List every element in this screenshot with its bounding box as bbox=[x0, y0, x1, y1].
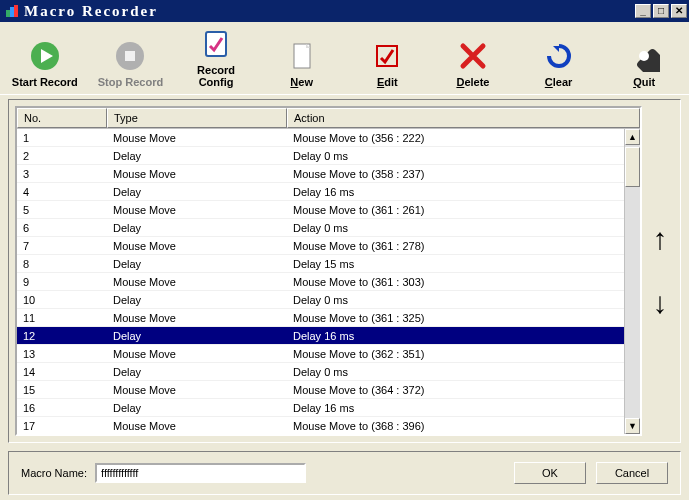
cell-type: Mouse Move bbox=[107, 132, 287, 144]
cell-no: 8 bbox=[17, 258, 107, 270]
footer: Macro Name: OK Cancel bbox=[8, 451, 681, 495]
cell-type: Mouse Move bbox=[107, 420, 287, 432]
maximize-button[interactable]: □ bbox=[653, 4, 669, 18]
quit-icon bbox=[628, 40, 660, 72]
new-label-rest: ew bbox=[298, 76, 313, 88]
cell-no: 16 bbox=[17, 402, 107, 414]
table-row[interactable]: 5Mouse MoveMouse Move to (361 : 261) bbox=[17, 201, 624, 219]
table-row[interactable]: 8DelayDelay 15 ms bbox=[17, 255, 624, 273]
cell-type: Mouse Move bbox=[107, 384, 287, 396]
macro-name-label: Macro Name: bbox=[21, 467, 87, 479]
scroll-track[interactable] bbox=[625, 187, 640, 418]
edit-button[interactable]: Edit bbox=[351, 38, 425, 92]
cell-type: Delay bbox=[107, 366, 287, 378]
cell-no: 17 bbox=[17, 420, 107, 432]
delete-button[interactable]: Delete bbox=[436, 38, 510, 92]
edit-icon bbox=[371, 40, 403, 72]
cell-action: Delay 16 ms bbox=[287, 330, 624, 342]
cell-action: Delay 0 ms bbox=[287, 294, 624, 306]
record-config-label: Record Config bbox=[179, 64, 253, 88]
stop-record-label: Stop Record bbox=[94, 76, 168, 88]
macro-name-input[interactable] bbox=[95, 463, 305, 483]
cell-no: 12 bbox=[17, 330, 107, 342]
cell-type: Mouse Move bbox=[107, 312, 287, 324]
cancel-button[interactable]: Cancel bbox=[596, 462, 668, 484]
cell-action: Delay 16 ms bbox=[287, 402, 624, 414]
svg-rect-6 bbox=[206, 32, 226, 56]
cell-type: Delay bbox=[107, 186, 287, 198]
cell-type: Delay bbox=[107, 330, 287, 342]
cell-no: 11 bbox=[17, 312, 107, 324]
cell-action: Mouse Move to (364 : 372) bbox=[287, 384, 624, 396]
svg-rect-5 bbox=[125, 51, 135, 61]
table-row[interactable]: 10DelayDelay 0 ms bbox=[17, 291, 624, 309]
macro-list[interactable]: No. Type Action 1Mouse MoveMouse Move to… bbox=[15, 106, 642, 436]
move-down-button[interactable]: ↓ bbox=[653, 288, 668, 318]
svg-rect-8 bbox=[377, 46, 397, 66]
table-row[interactable]: 6DelayDelay 0 ms bbox=[17, 219, 624, 237]
cell-no: 14 bbox=[17, 366, 107, 378]
new-button[interactable]: New bbox=[265, 38, 339, 92]
cell-action: Mouse Move to (356 : 222) bbox=[287, 132, 624, 144]
table-row[interactable]: 3Mouse MoveMouse Move to (358 : 237) bbox=[17, 165, 624, 183]
list-header: No. Type Action bbox=[17, 108, 640, 129]
cell-no: 4 bbox=[17, 186, 107, 198]
table-row[interactable]: 14DelayDelay 0 ms bbox=[17, 363, 624, 381]
start-record-button[interactable]: Start Record bbox=[8, 38, 82, 92]
table-row[interactable]: 13Mouse MoveMouse Move to (362 : 351) bbox=[17, 345, 624, 363]
start-record-icon bbox=[29, 40, 61, 72]
col-header-no[interactable]: No. bbox=[17, 108, 107, 128]
svg-rect-2 bbox=[14, 5, 18, 17]
cell-action: Delay 0 ms bbox=[287, 366, 624, 378]
stop-record-button: Stop Record bbox=[94, 38, 168, 92]
cell-action: Mouse Move to (362 : 351) bbox=[287, 348, 624, 360]
cell-action: Mouse Move to (361 : 261) bbox=[287, 204, 624, 216]
cell-action: Delay 15 ms bbox=[287, 258, 624, 270]
table-row[interactable]: 4DelayDelay 16 ms bbox=[17, 183, 624, 201]
table-row[interactable]: 2DelayDelay 0 ms bbox=[17, 147, 624, 165]
table-row[interactable]: 16DelayDelay 16 ms bbox=[17, 399, 624, 417]
scroll-up-button[interactable]: ▲ bbox=[625, 129, 640, 145]
scroll-thumb[interactable] bbox=[625, 147, 640, 187]
window-title: Macro Recorder bbox=[24, 3, 635, 20]
table-row[interactable]: 15Mouse MoveMouse Move to (364 : 372) bbox=[17, 381, 624, 399]
close-button[interactable]: ✕ bbox=[671, 4, 687, 18]
ok-button[interactable]: OK bbox=[514, 462, 586, 484]
cell-type: Mouse Move bbox=[107, 204, 287, 216]
table-row[interactable]: 12DelayDelay 16 ms bbox=[17, 327, 624, 345]
table-row[interactable]: 9Mouse MoveMouse Move to (361 : 303) bbox=[17, 273, 624, 291]
cell-type: Mouse Move bbox=[107, 168, 287, 180]
quit-button[interactable]: Quit bbox=[607, 38, 681, 92]
cell-action: Delay 0 ms bbox=[287, 150, 624, 162]
svg-point-10 bbox=[639, 51, 649, 61]
move-up-button[interactable]: ↑ bbox=[653, 224, 668, 254]
record-config-icon bbox=[200, 28, 232, 60]
scroll-down-button[interactable]: ▼ bbox=[625, 418, 640, 434]
cell-action: Mouse Move to (361 : 278) bbox=[287, 240, 624, 252]
cell-no: 5 bbox=[17, 204, 107, 216]
stop-record-icon bbox=[114, 40, 146, 72]
table-row[interactable]: 7Mouse MoveMouse Move to (361 : 278) bbox=[17, 237, 624, 255]
rows-host[interactable]: 1Mouse MoveMouse Move to (356 : 222)2Del… bbox=[17, 129, 624, 434]
side-arrows: ↑ ↓ bbox=[646, 106, 674, 436]
col-header-type[interactable]: Type bbox=[107, 108, 287, 128]
cell-action: Mouse Move to (368 : 396) bbox=[287, 420, 624, 432]
cell-type: Delay bbox=[107, 258, 287, 270]
minimize-button[interactable]: _ bbox=[635, 4, 651, 18]
cell-no: 3 bbox=[17, 168, 107, 180]
clear-label-rest: lear bbox=[553, 76, 573, 88]
cell-type: Delay bbox=[107, 294, 287, 306]
delete-icon bbox=[457, 40, 489, 72]
quit-label-rest: uit bbox=[642, 76, 655, 88]
delete-label-rest: elete bbox=[464, 76, 489, 88]
cell-no: 15 bbox=[17, 384, 107, 396]
table-row[interactable]: 11Mouse MoveMouse Move to (361 : 325) bbox=[17, 309, 624, 327]
cell-type: Mouse Move bbox=[107, 276, 287, 288]
cell-action: Delay 16 ms bbox=[287, 186, 624, 198]
col-header-action[interactable]: Action bbox=[287, 108, 640, 128]
table-row[interactable]: 17Mouse MoveMouse Move to (368 : 396) bbox=[17, 417, 624, 434]
clear-button[interactable]: Clear bbox=[522, 38, 596, 92]
list-scrollbar[interactable]: ▲ ▼ bbox=[624, 129, 640, 434]
record-config-button[interactable]: Record Config bbox=[179, 26, 253, 92]
table-row[interactable]: 1Mouse MoveMouse Move to (356 : 222) bbox=[17, 129, 624, 147]
